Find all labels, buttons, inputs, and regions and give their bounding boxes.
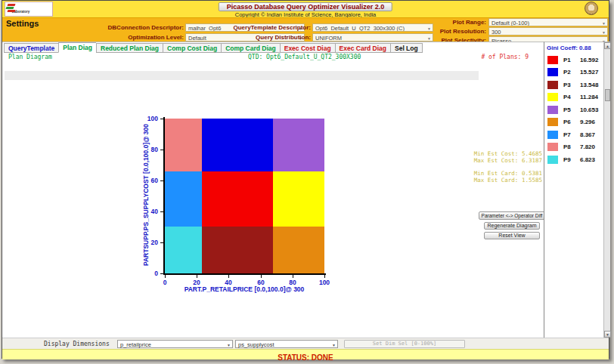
tab-querytemplate[interactable]: QueryTemplate: [4, 43, 58, 53]
y-tick: [160, 273, 163, 274]
plan-region[interactable]: [165, 171, 202, 227]
plan-color-swatch: [547, 143, 558, 151]
plan-region[interactable]: [165, 227, 202, 273]
x-tick: [197, 275, 197, 278]
scroll-up-icon[interactable]: ▲: [604, 42, 611, 49]
main-pane: QueryTemplate Plan Diag Reduced Plan Dia…: [2, 42, 544, 338]
plot-range-select[interactable]: Default (0-100)▼: [488, 18, 608, 26]
min-est-card: Min Est Card: 0.5381: [409, 170, 542, 177]
y-axis-label: PARTSUPP.PS_SUPPLYCOST [0.0,100.0]@ 300: [142, 116, 151, 274]
dimension1-select[interactable]: p_retailprice▼: [117, 340, 233, 348]
x-tick: [324, 275, 325, 278]
plan-region[interactable]: [165, 119, 202, 171]
app-window: Database Systems Laboratory INDIAN INSTI…: [2, 0, 609, 359]
diagram-title: Plan Diagram: [8, 54, 52, 60]
regenerate-diagram-button[interactable]: Regenerate Diagram: [484, 222, 540, 230]
tab-exec-card-diag[interactable]: Exec Card Diag: [335, 43, 390, 53]
plan-color-swatch: [547, 156, 558, 164]
optimization-level-label: Optimization Level:: [70, 34, 184, 41]
plan-diagram[interactable]: [165, 119, 324, 273]
parameter-operator-diff-button[interactable]: Parameter <-> Operator Diff: [479, 211, 545, 220]
legend-row: P87.820: [547, 141, 602, 154]
gini-coefficient: Gini Coeff: 0.88: [547, 45, 591, 51]
tab-exec-cost-diag[interactable]: Exec Cost Diag: [280, 43, 335, 53]
chevron-down-icon: ▼: [602, 29, 606, 35]
legend-row: P69.296: [547, 116, 602, 129]
scrollbar-thumb[interactable]: [605, 89, 610, 101]
estimate-annotations: Min Est Cost: 5.4685 Max Est Cost: 6.318…: [409, 150, 542, 184]
dsl-logo: Database Systems Laboratory INDIAN INSTI…: [5, 2, 53, 17]
plan-color-swatch: [547, 81, 558, 89]
y-tick: [160, 119, 163, 119]
tab-sel-log[interactable]: Sel Log: [390, 43, 423, 53]
iisc-logo-icon: [585, 2, 598, 15]
legend-row: P96.823: [547, 153, 602, 166]
plan-region[interactable]: [273, 171, 324, 227]
legend-scrollbar[interactable]: ▲ ▼: [603, 42, 610, 338]
x-tick: [261, 275, 262, 278]
legend-row: P411.284: [547, 91, 602, 104]
title-bar: Database Systems Laboratory INDIAN INSTI…: [2, 1, 609, 17]
plan-region[interactable]: [202, 171, 274, 227]
query-distribution-label: Query Distribution:: [220, 34, 311, 41]
plan-region[interactable]: [202, 227, 274, 273]
scroll-down-icon[interactable]: ▼: [604, 331, 611, 338]
x-tick: [165, 275, 166, 278]
settings-heading: Settings: [6, 19, 39, 28]
plot-resolution-select[interactable]: 300▼: [488, 27, 608, 35]
dimension2-select[interactable]: ps_supplycost▼: [235, 340, 338, 348]
set-dim-sel-button[interactable]: Set Dim Sel [0-100%]: [344, 340, 465, 348]
tab-comp-card-diag[interactable]: Comp Card Diag: [221, 43, 280, 53]
tab-comp-cost-diag[interactable]: Comp Cost Diag: [163, 43, 221, 53]
qtd-text: QTD: Opt6_Default_U_QT2_300X300: [248, 54, 361, 60]
plan-color-swatch: [547, 68, 558, 76]
dbconnection-label: DBConnection Descriptor:: [70, 24, 184, 31]
plan-region[interactable]: [202, 119, 274, 171]
side-buttons: Parameter <-> Operator Diff Regenerate D…: [477, 211, 547, 239]
plan-region[interactable]: [273, 227, 324, 273]
legend-row: P116.592: [547, 54, 602, 66]
y-tick: [160, 242, 163, 243]
plot-range-label: Plot Range:: [395, 19, 486, 26]
y-tick: [160, 150, 163, 150]
plot-resolution-label: Plot Resolution:: [395, 28, 486, 35]
settings-bar: Settings DBConnection Descriptor: malhar…: [2, 17, 609, 42]
reset-view-button[interactable]: Reset View: [484, 232, 540, 239]
plan-count: # of Plans: 9: [481, 54, 529, 60]
x-tick: [228, 275, 229, 278]
plan-region[interactable]: [273, 119, 324, 171]
max-est-cost: Max Est Cost: 6.3187: [409, 157, 542, 164]
y-tick: [160, 211, 163, 212]
plan-color-swatch: [547, 131, 558, 139]
legend-row: P313.548: [547, 79, 602, 91]
tab-reduced-plan-diag[interactable]: Reduced Plan Diag: [96, 43, 163, 53]
chevron-down-icon: ▼: [332, 342, 336, 349]
status-bar: STATUS: DONE: [2, 349, 609, 359]
chevron-down-icon: ▼: [227, 342, 231, 349]
legend-row: P215.527: [547, 66, 602, 79]
x-axis-label: PART.P_RETAILPRICE [0.0,100.0]@ 300: [161, 285, 327, 293]
plan-color-swatch: [547, 93, 558, 101]
toolbar-strip: [5, 71, 479, 80]
legend-row: P510.653: [547, 103, 602, 116]
app-title: Picasso Database Query Optimizer Visuali…: [219, 2, 392, 11]
dsl-logo-icon: [6, 4, 11, 14]
min-est-cost: Min Est Cost: 5.4685: [409, 150, 542, 157]
status-text: STATUS: DONE: [278, 353, 333, 362]
querytemplate-label: QueryTemplate Descriptor:: [220, 24, 311, 31]
chevron-down-icon: ▼: [602, 20, 606, 26]
legend-row: P78.367: [547, 128, 602, 141]
display-dimensions-label: Display Dimensions: [44, 341, 110, 347]
plan-color-swatch: [547, 56, 558, 64]
plan-color-swatch: [547, 106, 558, 114]
y-tick: [160, 180, 163, 181]
x-tick: [293, 275, 293, 278]
display-dimensions-bar: Display Dimensions p_retailprice▼ ps_sup…: [2, 338, 609, 349]
tab-plan-diag[interactable]: Plan Diag: [58, 42, 96, 53]
legend-rows: P116.592 P215.527 P313.548 P411.284 P510…: [547, 54, 602, 166]
tab-bar: QueryTemplate Plan Diag Reduced Plan Dia…: [4, 43, 423, 53]
dsl-logo-text: Database Systems Laboratory: [12, 0, 42, 14]
max-est-card: Max Est Card: 1.5585: [409, 177, 542, 184]
plan-color-swatch: [547, 118, 558, 126]
plan-legend-panel: Gini Coeff: 0.88 P116.592 P215.527 P313.…: [544, 42, 610, 338]
